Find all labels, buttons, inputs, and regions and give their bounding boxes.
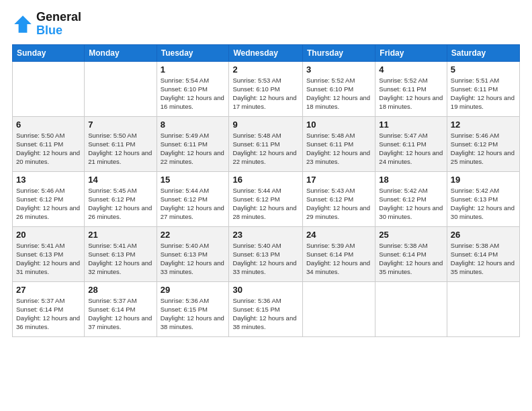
day-info: Sunrise: 5:43 AM Sunset: 6:12 PM Dayligh…	[306, 186, 371, 222]
calendar-cell: 28Sunrise: 5:37 AM Sunset: 6:14 PM Dayli…	[85, 281, 157, 336]
day-info: Sunrise: 5:38 AM Sunset: 6:14 PM Dayligh…	[379, 241, 443, 277]
weekday-header: Tuesday	[157, 44, 229, 61]
day-info: Sunrise: 5:36 AM Sunset: 6:15 PM Dayligh…	[232, 296, 299, 332]
calendar-week-row: 20Sunrise: 5:41 AM Sunset: 6:13 PM Dayli…	[13, 226, 520, 281]
calendar-week-row: 1Sunrise: 5:54 AM Sunset: 6:10 PM Daylig…	[13, 61, 520, 116]
calendar-cell: 18Sunrise: 5:42 AM Sunset: 6:12 PM Dayli…	[375, 171, 447, 226]
day-number: 12	[451, 120, 516, 130]
day-number: 21	[88, 230, 152, 240]
calendar-cell: 12Sunrise: 5:46 AM Sunset: 6:12 PM Dayli…	[447, 116, 519, 171]
calendar-cell: 26Sunrise: 5:38 AM Sunset: 6:14 PM Dayli…	[447, 226, 519, 281]
calendar-cell: 25Sunrise: 5:38 AM Sunset: 6:14 PM Dayli…	[375, 226, 447, 281]
logo-text: General Blue	[36, 11, 81, 38]
weekday-header-row: SundayMondayTuesdayWednesdayThursdayFrid…	[13, 44, 520, 61]
day-info: Sunrise: 5:42 AM Sunset: 6:13 PM Dayligh…	[451, 186, 516, 222]
calendar-week-row: 27Sunrise: 5:37 AM Sunset: 6:14 PM Dayli…	[13, 281, 520, 336]
day-number: 22	[161, 230, 226, 240]
weekday-header: Saturday	[447, 44, 519, 61]
calendar-cell: 1Sunrise: 5:54 AM Sunset: 6:10 PM Daylig…	[157, 61, 229, 116]
calendar-cell: 27Sunrise: 5:37 AM Sunset: 6:14 PM Dayli…	[13, 281, 85, 336]
calendar-cell: 2Sunrise: 5:53 AM Sunset: 6:10 PM Daylig…	[229, 61, 303, 116]
day-number: 10	[306, 120, 371, 130]
day-number: 19	[451, 175, 516, 185]
day-info: Sunrise: 5:48 AM Sunset: 6:11 PM Dayligh…	[306, 131, 371, 167]
calendar-table: SundayMondayTuesdayWednesdayThursdayFrid…	[12, 44, 520, 337]
calendar-cell: 22Sunrise: 5:40 AM Sunset: 6:13 PM Dayli…	[157, 226, 229, 281]
day-info: Sunrise: 5:44 AM Sunset: 6:12 PM Dayligh…	[232, 186, 299, 222]
weekday-header: Wednesday	[229, 44, 303, 61]
calendar-cell: 4Sunrise: 5:52 AM Sunset: 6:11 PM Daylig…	[375, 61, 447, 116]
calendar-cell: 17Sunrise: 5:43 AM Sunset: 6:12 PM Dayli…	[303, 171, 375, 226]
day-info: Sunrise: 5:46 AM Sunset: 6:12 PM Dayligh…	[16, 186, 81, 222]
day-number: 9	[232, 120, 299, 130]
day-info: Sunrise: 5:44 AM Sunset: 6:12 PM Dayligh…	[161, 186, 226, 222]
weekday-header: Sunday	[13, 44, 85, 61]
day-number: 25	[379, 230, 443, 240]
calendar-cell: 16Sunrise: 5:44 AM Sunset: 6:12 PM Dayli…	[229, 171, 303, 226]
day-info: Sunrise: 5:37 AM Sunset: 6:14 PM Dayligh…	[16, 296, 81, 332]
calendar-cell: 3Sunrise: 5:52 AM Sunset: 6:10 PM Daylig…	[303, 61, 375, 116]
calendar-cell: 23Sunrise: 5:40 AM Sunset: 6:13 PM Dayli…	[229, 226, 303, 281]
weekday-header: Thursday	[303, 44, 375, 61]
day-info: Sunrise: 5:42 AM Sunset: 6:12 PM Dayligh…	[379, 186, 443, 222]
header: General Blue	[12, 11, 520, 38]
calendar-cell: 14Sunrise: 5:45 AM Sunset: 6:12 PM Dayli…	[85, 171, 157, 226]
calendar-cell: 5Sunrise: 5:51 AM Sunset: 6:11 PM Daylig…	[447, 61, 519, 116]
calendar-week-row: 13Sunrise: 5:46 AM Sunset: 6:12 PM Dayli…	[13, 171, 520, 226]
calendar-cell: 24Sunrise: 5:39 AM Sunset: 6:14 PM Dayli…	[303, 226, 375, 281]
calendar-cell: 9Sunrise: 5:48 AM Sunset: 6:11 PM Daylig…	[229, 116, 303, 171]
day-info: Sunrise: 5:38 AM Sunset: 6:14 PM Dayligh…	[451, 241, 516, 277]
day-info: Sunrise: 5:40 AM Sunset: 6:13 PM Dayligh…	[232, 241, 299, 277]
day-number: 7	[88, 120, 152, 130]
day-number: 13	[16, 175, 81, 185]
day-info: Sunrise: 5:52 AM Sunset: 6:11 PM Dayligh…	[379, 76, 443, 111]
day-number: 15	[161, 175, 226, 185]
calendar-cell: 13Sunrise: 5:46 AM Sunset: 6:12 PM Dayli…	[13, 171, 85, 226]
day-info: Sunrise: 5:47 AM Sunset: 6:11 PM Dayligh…	[379, 131, 443, 167]
day-info: Sunrise: 5:51 AM Sunset: 6:11 PM Dayligh…	[451, 76, 516, 111]
day-number: 27	[16, 285, 81, 295]
calendar-cell	[375, 281, 447, 336]
calendar-cell	[85, 61, 157, 116]
day-number: 18	[379, 175, 443, 185]
day-number: 6	[16, 120, 81, 130]
day-number: 28	[88, 285, 152, 295]
calendar-cell: 21Sunrise: 5:41 AM Sunset: 6:13 PM Dayli…	[85, 226, 157, 281]
day-number: 4	[379, 64, 443, 75]
calendar-cell	[13, 61, 85, 116]
day-number: 3	[306, 64, 371, 75]
day-info: Sunrise: 5:39 AM Sunset: 6:14 PM Dayligh…	[306, 241, 371, 277]
day-number: 17	[306, 175, 371, 185]
calendar-cell: 7Sunrise: 5:50 AM Sunset: 6:11 PM Daylig…	[85, 116, 157, 171]
calendar-cell: 19Sunrise: 5:42 AM Sunset: 6:13 PM Dayli…	[447, 171, 519, 226]
day-number: 23	[232, 230, 299, 240]
logo: General Blue	[12, 11, 81, 38]
day-info: Sunrise: 5:50 AM Sunset: 6:11 PM Dayligh…	[16, 131, 81, 167]
day-number: 30	[232, 285, 299, 295]
calendar-cell: 15Sunrise: 5:44 AM Sunset: 6:12 PM Dayli…	[157, 171, 229, 226]
calendar-cell	[303, 281, 375, 336]
weekday-header: Friday	[375, 44, 447, 61]
day-number: 20	[16, 230, 81, 240]
day-info: Sunrise: 5:37 AM Sunset: 6:14 PM Dayligh…	[88, 296, 152, 332]
logo-icon	[12, 13, 34, 35]
day-info: Sunrise: 5:40 AM Sunset: 6:13 PM Dayligh…	[161, 241, 226, 277]
day-number: 24	[306, 230, 371, 240]
day-info: Sunrise: 5:50 AM Sunset: 6:11 PM Dayligh…	[88, 131, 152, 167]
day-info: Sunrise: 5:54 AM Sunset: 6:10 PM Dayligh…	[161, 76, 226, 111]
calendar-cell: 11Sunrise: 5:47 AM Sunset: 6:11 PM Dayli…	[375, 116, 447, 171]
calendar-cell: 6Sunrise: 5:50 AM Sunset: 6:11 PM Daylig…	[13, 116, 85, 171]
calendar-cell: 10Sunrise: 5:48 AM Sunset: 6:11 PM Dayli…	[303, 116, 375, 171]
day-info: Sunrise: 5:52 AM Sunset: 6:10 PM Dayligh…	[306, 76, 371, 111]
day-number: 5	[451, 64, 516, 75]
day-info: Sunrise: 5:45 AM Sunset: 6:12 PM Dayligh…	[88, 186, 152, 222]
day-info: Sunrise: 5:49 AM Sunset: 6:11 PM Dayligh…	[161, 131, 226, 167]
day-number: 2	[232, 64, 299, 75]
day-info: Sunrise: 5:46 AM Sunset: 6:12 PM Dayligh…	[451, 131, 516, 167]
calendar-cell: 20Sunrise: 5:41 AM Sunset: 6:13 PM Dayli…	[13, 226, 85, 281]
day-number: 14	[88, 175, 152, 185]
calendar-week-row: 6Sunrise: 5:50 AM Sunset: 6:11 PM Daylig…	[13, 116, 520, 171]
calendar-cell: 30Sunrise: 5:36 AM Sunset: 6:15 PM Dayli…	[229, 281, 303, 336]
day-number: 29	[161, 285, 226, 295]
day-info: Sunrise: 5:53 AM Sunset: 6:10 PM Dayligh…	[232, 76, 299, 111]
